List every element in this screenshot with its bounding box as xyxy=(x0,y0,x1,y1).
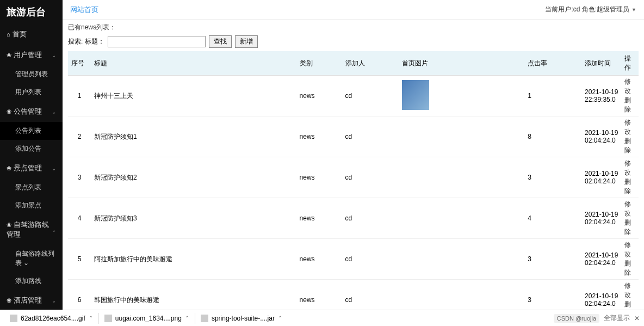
home-link[interactable]: 网站首页 xyxy=(70,5,98,14)
add-button[interactable]: 新增 xyxy=(235,35,258,48)
download-item[interactable]: uugai.com_1634....png⌃ xyxy=(99,315,195,322)
close-icon[interactable]: ✕ xyxy=(634,315,640,322)
cell-idx: 1 xyxy=(68,76,91,116)
cell-idx: 3 xyxy=(68,157,91,198)
cell-clicks: 3 xyxy=(524,157,581,198)
cell-cat: news xyxy=(296,116,342,157)
download-filename: uugai.com_1634....png xyxy=(115,315,182,322)
file-icon xyxy=(10,315,17,322)
user-dropdown[interactable]: 当前用户:cd 角色:超级管理员 ▼ xyxy=(545,5,636,14)
cell-time: 2021-10-19 02:04:24.0 xyxy=(581,157,621,198)
sidebar: 旅游后台 ⌂首页❀用户管理⌄管理员列表用户列表❀公告管理⌄公告列表添加公告❀景点… xyxy=(0,0,63,326)
cell-title: 新冠防护须知1 xyxy=(91,116,296,157)
cell-time: 2021-10-19 22:39:35.0 xyxy=(581,76,621,116)
cell-ops: 修改删除 xyxy=(621,157,639,198)
chevron-up-icon: ⌃ xyxy=(185,315,189,321)
menu-icon: ❀ xyxy=(7,108,11,115)
edit-link[interactable]: 修改 xyxy=(624,200,631,217)
cell-clicks: 1 xyxy=(524,76,581,116)
cell-idx: 2 xyxy=(68,116,91,157)
table-row: 3 新冠防护须知2 news cd 3 2021-10-19 02:04:24.… xyxy=(68,157,639,198)
menu-icon: ❀ xyxy=(7,222,11,228)
list-label: 已有news列表： xyxy=(68,23,639,32)
chevron-down-icon: ⌄ xyxy=(52,52,56,58)
cell-adder: cd xyxy=(342,239,399,280)
show-all-link[interactable]: 全部显示 xyxy=(604,313,630,323)
table-row: 4 新冠防护须知3 news cd 4 2021-10-19 02:04:24.… xyxy=(68,198,639,239)
delete-link[interactable]: 删除 xyxy=(624,260,631,276)
chevron-up-icon: ⌃ xyxy=(89,315,93,321)
menu-group[interactable]: ⌂首页 xyxy=(0,24,63,45)
cell-adder: cd xyxy=(342,76,399,116)
edit-link[interactable]: 修改 xyxy=(624,159,631,176)
search-button[interactable]: 查找 xyxy=(209,35,232,48)
cell-clicks: 8 xyxy=(524,116,581,157)
submenu-item[interactable]: 添加路线 xyxy=(0,272,63,290)
cell-img xyxy=(399,157,524,198)
delete-link[interactable]: 删除 xyxy=(624,219,631,236)
menu-group[interactable]: ❀自驾游路线管理⌄ xyxy=(0,214,63,245)
search-label: 搜索: 标题： xyxy=(68,37,104,46)
col-header: 点击率 xyxy=(524,51,581,76)
cell-cat: news xyxy=(296,76,342,116)
search-input[interactable] xyxy=(108,36,206,47)
cell-ops: 修改删除 xyxy=(621,239,639,280)
main-content: 已有news列表： 搜索: 标题： 查找 新增 序号标题类别添加人首页图片点击率… xyxy=(63,0,644,326)
submenu-item[interactable]: 管理员列表 xyxy=(0,65,63,83)
edit-link[interactable]: 修改 xyxy=(624,282,631,299)
chevron-up-icon: ⌃ xyxy=(278,315,282,321)
cell-adder: cd xyxy=(342,198,399,239)
download-bar: 62ad8126eac654....gif⌃uugai.com_1634....… xyxy=(0,310,644,326)
delete-link[interactable]: 删除 xyxy=(624,178,631,195)
col-header: 序号 xyxy=(68,51,91,76)
chevron-down-icon: ⌄ xyxy=(52,298,56,304)
delete-link[interactable]: 删除 xyxy=(624,96,631,113)
submenu-item[interactable]: 自驾游路线列表 ⌄ xyxy=(0,245,63,272)
submenu-item[interactable]: 公告列表 xyxy=(0,122,63,140)
menu-group[interactable]: ❀公告管理⌄ xyxy=(0,101,63,122)
row-thumbnail xyxy=(402,80,429,110)
cell-ops: 修改删除 xyxy=(621,116,639,157)
menu-group[interactable]: ❀酒店管理⌄ xyxy=(0,290,63,311)
cell-img xyxy=(399,116,524,157)
menu-group[interactable]: ❀用户管理⌄ xyxy=(0,45,63,65)
cell-idx: 5 xyxy=(68,239,91,280)
topbar: 网站首页 当前用户:cd 角色:超级管理员 ▼ xyxy=(63,0,644,20)
cell-img xyxy=(399,239,524,280)
menu-icon: ❀ xyxy=(7,297,11,304)
menu-icon: ❀ xyxy=(7,165,11,171)
download-item[interactable]: spring-tool-suite-....jar⌃ xyxy=(195,315,288,322)
menu-icon: ⌂ xyxy=(7,31,10,38)
submenu-item[interactable]: 添加景点 xyxy=(0,196,63,214)
caret-down-icon: ▼ xyxy=(631,7,636,13)
col-header: 类别 xyxy=(296,51,342,76)
cell-cat: news xyxy=(296,157,342,198)
chevron-down-icon: ⌄ xyxy=(52,165,56,171)
cell-idx: 4 xyxy=(68,198,91,239)
cell-time: 2021-10-19 02:04:24.0 xyxy=(581,198,621,239)
chevron-down-icon: ⌄ xyxy=(23,259,29,267)
cell-clicks: 3 xyxy=(524,239,581,280)
submenu-item[interactable]: 用户列表 xyxy=(0,83,63,101)
edit-link[interactable]: 修改 xyxy=(624,241,631,258)
cell-title: 阿拉斯加旅行中的美味邂逅 xyxy=(91,239,296,280)
menu-group[interactable]: ❀景点管理⌄ xyxy=(0,158,63,179)
news-table: 序号标题类别添加人首页图片点击率添加时间操作 1 神州十三上天 news cd … xyxy=(68,51,639,326)
table-row: 5 阿拉斯加旅行中的美味邂逅 news cd 3 2021-10-19 02:0… xyxy=(68,239,639,280)
cell-adder: cd xyxy=(342,157,399,198)
col-header: 操作 xyxy=(621,51,639,76)
file-icon xyxy=(201,315,208,322)
cell-img xyxy=(399,198,524,239)
edit-link[interactable]: 修改 xyxy=(624,78,631,95)
edit-link[interactable]: 修改 xyxy=(624,119,631,136)
download-item[interactable]: 62ad8126eac654....gif⌃ xyxy=(4,315,98,322)
user-text: 当前用户:cd 角色:超级管理员 xyxy=(545,5,629,14)
submenu-item[interactable]: 景点列表 xyxy=(0,179,63,196)
cell-time: 2021-10-19 02:04:24.0 xyxy=(581,116,621,157)
menu-icon: ❀ xyxy=(7,52,11,58)
cell-clicks: 4 xyxy=(524,198,581,239)
col-header: 首页图片 xyxy=(399,51,524,76)
delete-link[interactable]: 删除 xyxy=(624,137,631,154)
chevron-down-icon: ⌄ xyxy=(52,109,56,115)
submenu-item[interactable]: 添加公告 xyxy=(0,140,63,158)
